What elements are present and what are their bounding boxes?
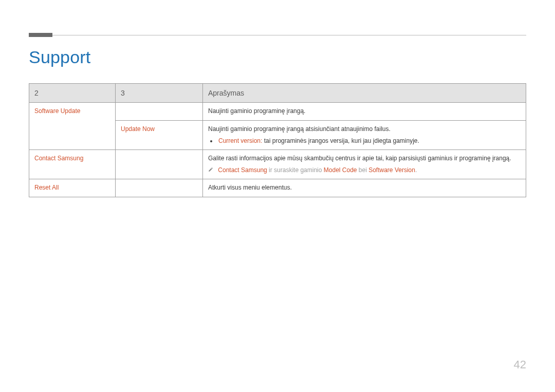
list-item: Current version: tai programinės įrangos… [217, 136, 521, 146]
text: Naujinti gaminio programinę įrangą atsis… [208, 125, 391, 133]
note-line: Contact Samsung ir suraskite gaminio Mod… [208, 165, 521, 175]
cell-desc-contact-samsung: Galite rasti informacijos apie mūsų skam… [203, 150, 526, 179]
cell-empty [116, 103, 203, 120]
bullet-text: tai programinės įrangos versija, kuri ja… [262, 137, 419, 144]
header-tab-accent [29, 33, 52, 37]
bullet-list: Current version: tai programinės įrangos… [217, 136, 521, 146]
note-accent-3: Software Version [368, 166, 415, 174]
note-text-1: ir suraskite gaminio [267, 166, 324, 174]
text: Atkurti visus meniu elementus. [208, 184, 292, 191]
support-table: 2 3 Aprašymas Software Update Naujinti g… [29, 83, 526, 197]
table-row: Reset All Atkurti visus meniu elementus. [29, 179, 526, 197]
cell-desc-software-update: Naujinti gaminio programinę įrangą. [203, 103, 526, 120]
note-text-3: . [415, 166, 417, 174]
note-accent-2: Model Code [324, 166, 357, 174]
col-header-2: 2 [29, 84, 116, 103]
cell-empty [116, 150, 203, 179]
cell-empty [116, 179, 203, 197]
col-header-3: 3 [116, 84, 203, 103]
cell-desc-update-now: Naujinti gaminio programinę įrangą atsis… [203, 120, 526, 150]
note-accent-1: Contact Samsung [218, 166, 267, 174]
col-header-desc: Aprašymas [203, 84, 526, 103]
cell-desc-reset-all: Atkurti visus meniu elementus. [203, 179, 526, 197]
document-page: Support 2 3 Aprašymas Software Update Na… [0, 0, 555, 392]
cell-update-now: Update Now [116, 120, 203, 150]
header-rule [29, 35, 526, 35]
label-software-update: Software Update [34, 107, 80, 115]
pencil-icon [208, 165, 214, 175]
bullet-accent: Current version: [218, 137, 262, 144]
note-text-2: bei [357, 166, 369, 174]
table-header-row: 2 3 Aprašymas [29, 84, 526, 103]
label-update-now: Update Now [121, 125, 155, 133]
cell-reset-all: Reset All [29, 179, 116, 197]
text: Naujinti gaminio programinę įrangą. [208, 107, 305, 115]
text: Galite rasti informacijos apie mūsų skam… [208, 154, 521, 163]
label-contact-samsung: Contact Samsung [34, 155, 83, 162]
label-reset-all: Reset All [34, 184, 59, 191]
cell-software-update: Software Update [29, 103, 116, 150]
table-row: Contact Samsung Galite rasti informacijo… [29, 150, 526, 179]
table-row: Software Update Naujinti gaminio program… [29, 103, 526, 120]
cell-contact-samsung: Contact Samsung [29, 150, 116, 179]
page-number: 42 [514, 358, 526, 371]
page-title: Support [29, 47, 90, 67]
